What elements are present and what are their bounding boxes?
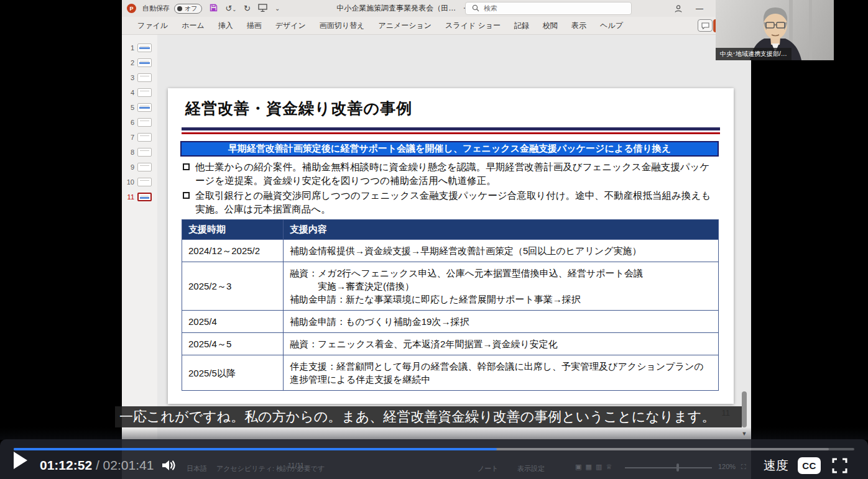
- cell-period: 2025/2～3: [182, 262, 284, 311]
- play-button[interactable]: [14, 452, 27, 469]
- dim-zoom-knob: [676, 463, 679, 472]
- thumbnail-preview: [137, 193, 152, 201]
- thumbnail-preview: [137, 73, 152, 82]
- volume-button[interactable]: [160, 458, 178, 475]
- thumbnail-preview: [137, 133, 152, 142]
- table-row-0: 2024/12～2025/2補助金情報提供→資金繰支援→早期経営改善計画策定（5…: [182, 240, 719, 262]
- search-placeholder: 検索: [484, 4, 497, 13]
- support-table: 支援時期 支援内容 2024/12～2025/2補助金情報提供→資金繰支援→早期…: [182, 219, 719, 391]
- table-row-2: 2025/4補助金申請：ものづくり補助金19次→採択: [182, 311, 719, 333]
- menu-tab-1[interactable]: ホーム: [175, 17, 211, 35]
- slide-thumbnail-6[interactable]: 6: [122, 115, 157, 130]
- playback-speed-button[interactable]: 速度: [764, 457, 788, 474]
- ppt-menubar: ファイルホーム挿入描画デザイン画面切り替えアニメーションスライド ショー記録校閲…: [122, 17, 751, 35]
- thumbnail-preview: [137, 148, 152, 157]
- thumbnail-preview: [137, 58, 152, 67]
- title-rule-navy: [182, 127, 720, 130]
- controls-shadow: [0, 427, 868, 440]
- table-header-period: 支援時期: [182, 220, 284, 240]
- slide-number: 3: [124, 74, 134, 81]
- slideshow-icon[interactable]: [258, 3, 267, 14]
- document-title: 中小企業施策調査事業発表会（田…: [336, 3, 456, 14]
- menu-tab-5[interactable]: 画面切り替え: [313, 17, 372, 35]
- duration: 02:01:41: [103, 458, 154, 472]
- slide-number: 9: [124, 163, 134, 171]
- cell-period: 2024/12～2025/2: [182, 240, 284, 262]
- bullet-item-0: 他士業からの紹介案件。補助金無料相談時に資金繰り懸念を認識。早期経営改善計画及び…: [183, 160, 719, 188]
- table-row-4: 2025/5以降伴走支援：経営顧問として毎月の経営会議、幹部会議に出席し、予実管…: [182, 355, 719, 391]
- qat-customize-icon[interactable]: ⌄: [275, 6, 280, 12]
- table-header-content: 支援内容: [284, 220, 719, 240]
- autosave-toggle[interactable]: オフ: [174, 4, 202, 14]
- slide-thumbnail-7[interactable]: 7: [122, 130, 157, 145]
- menu-tab-9[interactable]: 校閲: [536, 17, 565, 35]
- thumbnail-preview: [137, 163, 152, 171]
- menu-tab-4[interactable]: デザイン: [269, 17, 313, 35]
- slide-thumbnail-3[interactable]: 3: [122, 70, 157, 85]
- slide-number: 4: [124, 89, 134, 96]
- thumbnail-preview: [137, 118, 152, 127]
- comments-button[interactable]: [698, 19, 713, 32]
- save-icon[interactable]: [210, 3, 218, 14]
- dim-zoom-slider: [625, 467, 712, 468]
- account-icon[interactable]: [668, 0, 689, 17]
- thumbnail-preview: [137, 178, 152, 186]
- slide-number: 7: [124, 134, 134, 141]
- thumbnail-preview: [137, 103, 152, 112]
- cell-content: 融資：メガ2行へフェニックス申込、公庫へ元本据置型借換申込、経営サポート会議 実…: [284, 262, 719, 311]
- dim-display-settings: 表示設定: [517, 464, 545, 473]
- slide-thumbnail-5[interactable]: 5: [122, 100, 157, 115]
- slide-thumbnail-1[interactable]: 1: [122, 40, 157, 55]
- slide-thumbnail-8[interactable]: 8: [122, 145, 157, 160]
- toggle-knob-icon: [177, 6, 182, 11]
- slide-number: 1: [124, 44, 134, 52]
- table-row-1: 2025/2～3融資：メガ2行へフェニックス申込、公庫へ元本据置型借換申込、経営…: [182, 262, 719, 311]
- cell-period: 2025/4～5: [182, 333, 284, 355]
- slide-thumbnail-2[interactable]: 2: [122, 55, 157, 70]
- closed-captions-button[interactable]: CC: [798, 457, 821, 474]
- dim-zoom-level: 120%: [718, 463, 736, 470]
- undo-icon[interactable]: ↺⌄: [225, 4, 236, 12]
- menu-tab-8[interactable]: 記録: [507, 17, 536, 35]
- slide-number: 5: [124, 104, 134, 111]
- search-input[interactable]: 検索: [465, 2, 632, 15]
- autosave-label: 自動保存: [142, 4, 170, 13]
- minimize-button[interactable]: —: [689, 0, 710, 17]
- current-time: 01:12:52: [40, 458, 92, 472]
- menu-tab-7[interactable]: スライド ショー: [438, 17, 507, 35]
- dim-notes: ノート: [478, 464, 499, 473]
- menu-tab-2[interactable]: 挿入: [211, 17, 240, 35]
- cell-content: 融資：フェニックス着金、元本返済2年間据置→資金繰り安定化: [284, 333, 719, 355]
- dim-language: 日本語: [187, 464, 207, 473]
- vertical-scrollbar-thumb[interactable]: [742, 391, 747, 427]
- fullscreen-button[interactable]: [831, 457, 848, 474]
- thumbnail-preview: [137, 43, 152, 52]
- support-table-body: 2024/12～2025/2補助金情報提供→資金繰支援→早期経営改善計画策定（5…: [182, 240, 719, 391]
- menu-tab-11[interactable]: ヘルプ: [593, 17, 630, 35]
- slide-thumbnail-11[interactable]: 11: [122, 189, 157, 204]
- powerpoint-app-icon: P: [127, 4, 136, 13]
- slide-number: 10: [124, 178, 134, 186]
- progress-bar[interactable]: [14, 448, 854, 450]
- cell-content: 補助金申請：ものづくり補助金19次→採択: [284, 311, 719, 333]
- menu-tab-6[interactable]: アニメーション: [371, 17, 438, 35]
- thumbnail-preview: [137, 88, 152, 97]
- dim-fit-icon: ⛶: [741, 463, 746, 471]
- menu-tab-10[interactable]: 表示: [565, 17, 593, 35]
- menu-tab-3[interactable]: 描画: [240, 17, 269, 35]
- bullet-item-1: 全取引銀行との融資交渉同席しつつのフェニックス金融支援パッケージ合意取り付け。途…: [183, 189, 719, 216]
- slide-number: 11: [124, 193, 134, 201]
- menu-tab-0[interactable]: ファイル: [131, 17, 175, 35]
- cell-content: 伴走支援：経営顧問として毎月の経営会議、幹部会議に出席し、予実管理及びアクション…: [284, 355, 719, 391]
- slide-banner: 早期経営改善計画策定後に経営サポート会議を開催し、フェニックス金融支援パッケージ…: [180, 141, 719, 157]
- slide-thumbnail-10[interactable]: 10: [122, 175, 157, 189]
- slide-thumbnail-9[interactable]: 9: [122, 160, 157, 175]
- slide-thumbnail-4[interactable]: 4: [122, 85, 157, 100]
- progress-played: [14, 448, 497, 450]
- checkbox-bullet-icon: [183, 192, 190, 199]
- redo-icon[interactable]: ↻: [244, 4, 251, 12]
- search-icon: [472, 3, 479, 14]
- slide-11: 経営改善・資金繰り改善の事例 早期経営改善計画策定後に経営サポート会議を開催し、…: [168, 88, 734, 404]
- video-frame: P 自動保存 オフ ↺⌄ ↻ ⌄ 中小企業施策調査事業発表会（田… ・この PC…: [0, 0, 868, 479]
- slide-number: 6: [124, 119, 134, 126]
